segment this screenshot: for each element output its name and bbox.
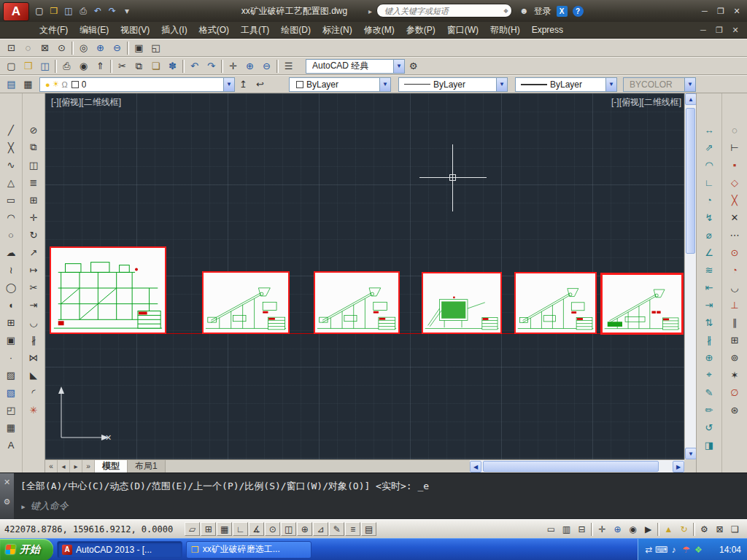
quick-view-drawings-icon[interactable]: ⊟ [574, 522, 589, 536]
start-button[interactable]: 开始 [0, 539, 53, 560]
snap-perpendicular-icon[interactable]: ⊥ [725, 296, 744, 314]
search-input[interactable] [383, 6, 503, 16]
ellipse-icon[interactable]: ◯ [1, 279, 20, 296]
dynamic-ucs-icon[interactable]: ⊿ [313, 522, 328, 536]
scrollbar-track[interactable] [685, 105, 696, 448]
zoom-realtime-icon[interactable]: ⊕ [241, 58, 258, 74]
infer-constraints-icon[interactable]: ▱ [185, 522, 200, 536]
snap-parallel-icon[interactable]: ∥ [725, 314, 744, 331]
scale-icon[interactable]: ↗ [24, 244, 43, 261]
array-icon[interactable]: ⊞ [24, 191, 43, 209]
snap-intersection-icon[interactable]: ╳ [725, 191, 744, 209]
show-motion-icon[interactable]: ▶ [640, 522, 656, 536]
insert-block-icon[interactable]: ⊞ [1, 314, 20, 331]
snap-tangent-icon[interactable]: ◡ [725, 279, 744, 296]
taskbar-item-folder[interactable]: ❒ xx矿业破碎磨选工... [186, 541, 311, 559]
first-tab-button[interactable]: « [45, 460, 58, 472]
snap-endpoint-icon[interactable]: ▪ [725, 156, 744, 174]
viewport-controls-right[interactable]: [-][俯视][二维线框] [611, 96, 681, 109]
qat-dropdown-icon[interactable]: ▾ [120, 4, 134, 18]
chamfer-icon[interactable]: ◣ [24, 366, 43, 384]
tab-layout1[interactable]: 布局1 [128, 460, 166, 472]
line-icon[interactable]: ╱ [1, 121, 20, 139]
offset-icon[interactable]: ≣ [24, 174, 43, 191]
object-snap-icon[interactable]: ⊙ [265, 522, 280, 536]
create-block-icon[interactable]: ▣ [1, 331, 20, 349]
polyline-icon[interactable]: ∿ [1, 156, 20, 174]
maximize-button[interactable]: ❐ [713, 4, 728, 18]
snap-apparent-icon[interactable]: ✕ [725, 209, 744, 226]
menu-item[interactable]: 修改(M) [358, 22, 400, 39]
menu-item[interactable]: 工具(T) [235, 22, 275, 39]
qat-undo-icon[interactable]: ↶ [90, 4, 105, 18]
save-icon[interactable]: ◫ [36, 58, 53, 74]
doc-close-button[interactable]: ✕ [728, 23, 743, 36]
stretch-icon[interactable]: ↦ [24, 261, 43, 279]
annotation-visibility-icon[interactable]: ▲ [661, 522, 676, 536]
dropdown-arrow-icon[interactable]: ▼ [393, 60, 404, 73]
quick-view-layouts-icon[interactable]: ▥ [559, 522, 574, 536]
qat-new-icon[interactable]: ▢ [32, 4, 47, 18]
tray-msg-icon[interactable]: ❖ [692, 543, 705, 556]
table-icon[interactable]: ▦ [1, 419, 20, 436]
rectangle-icon[interactable]: ▭ [1, 191, 20, 209]
scroll-left-button[interactable]: ◀ [470, 461, 481, 472]
layer-previous-icon[interactable]: ↩ [252, 77, 268, 92]
snap-nearest-icon[interactable]: ✶ [725, 366, 744, 384]
copy-object-icon[interactable]: ⧉ [24, 139, 43, 156]
dimension-edit-icon[interactable]: ✎ [700, 384, 719, 401]
polygon-icon[interactable]: △ [1, 174, 20, 191]
minimize-button[interactable]: ─ [697, 4, 712, 18]
drawing-frame-2[interactable] [202, 271, 290, 334]
viewport-controls-left[interactable]: [-][俯视][二维线框] [51, 96, 121, 109]
dimension-space-icon[interactable]: ⇅ [700, 314, 719, 331]
circle-icon[interactable]: ○ [1, 226, 20, 244]
linear-dimension-icon[interactable]: ↔ [700, 121, 719, 139]
menu-item[interactable]: 编辑(E) [74, 22, 115, 39]
model-space-icon[interactable]: ▭ [543, 522, 559, 536]
aligned-dimension-icon[interactable]: ⇗ [700, 139, 719, 156]
revision-cloud-icon[interactable]: ☁ [1, 244, 20, 261]
break-at-point-icon[interactable]: ◡ [24, 314, 43, 331]
snap-from-icon[interactable]: ⊢ [725, 139, 744, 156]
make-object-layer-current-icon[interactable]: ↥ [235, 77, 252, 92]
layer-properties-icon[interactable]: ▤ [3, 77, 20, 92]
command-input[interactable]: 键入命令 [31, 499, 69, 513]
taskbar-item-autocad[interactable]: A AutoCAD 2013 - [... [57, 541, 182, 559]
dropdown-arrow-icon[interactable]: ▼ [605, 78, 616, 91]
tolerance-icon[interactable]: ⊕ [700, 349, 719, 366]
horizontal-scrollbar[interactable]: ◀ ▶ [470, 460, 684, 473]
mirror-icon[interactable]: ◫ [24, 156, 43, 174]
scroll-up-button[interactable]: ▲ [685, 93, 697, 105]
dimension-break-icon[interactable]: ∦ [700, 331, 719, 349]
tray-ime-icon[interactable]: ⌨ [655, 543, 667, 556]
zoom-dynamic-icon[interactable]: ◌ [20, 40, 36, 55]
jogged-icon[interactable]: ↯ [700, 209, 719, 226]
arc-icon[interactable]: ◠ [1, 209, 20, 226]
publish-icon[interactable]: ⇑ [92, 58, 109, 74]
linetype-combo[interactable]: ByLayer ▼ [398, 77, 508, 92]
menu-item[interactable]: 格式(O) [193, 22, 235, 39]
region-icon[interactable]: ◰ [1, 401, 20, 419]
extend-icon[interactable]: ⇥ [24, 296, 43, 314]
erase-icon[interactable]: ⊘ [24, 121, 43, 139]
tab-model[interactable]: 模型 [95, 460, 128, 472]
workspace-switching-icon[interactable]: ⚙ [697, 522, 712, 536]
undo-icon[interactable]: ↶ [186, 58, 203, 74]
drawing-frame-5[interactable] [514, 272, 597, 334]
layer-on-icon[interactable]: ● [45, 80, 50, 89]
zoom-scale-icon[interactable]: ⊠ [36, 40, 53, 55]
sign-in-button[interactable]: 登录 [534, 5, 551, 18]
menu-item[interactable]: 参数(P) [400, 22, 441, 39]
point-icon[interactable]: ∙ [1, 349, 20, 366]
drawing-canvas[interactable]: [-][俯视][二维线框] [-][俯视][二维线框] ✕ [45, 93, 684, 459]
grid-display-icon[interactable]: ▦ [217, 522, 232, 536]
customize-command-button[interactable]: ⚙ [4, 497, 11, 507]
drawing-frame-6[interactable] [600, 273, 684, 335]
zoom-realtime-icon[interactable]: ⊕ [610, 522, 625, 536]
scroll-right-button[interactable]: ▶ [673, 461, 684, 472]
dimension-update-icon[interactable]: ↺ [700, 419, 719, 436]
dropdown-arrow-icon[interactable]: ▼ [379, 78, 390, 91]
pan-tool-icon[interactable]: ✛ [595, 522, 610, 536]
zoom-center-icon[interactable]: ⊙ [53, 40, 70, 55]
